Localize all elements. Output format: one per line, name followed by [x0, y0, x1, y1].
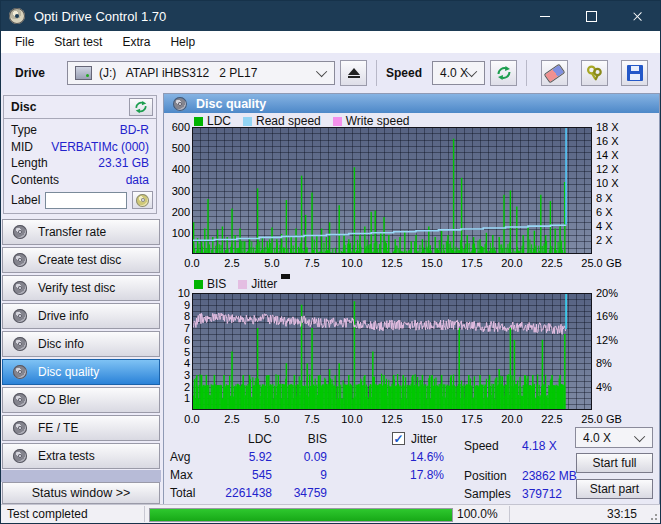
- resize-grip[interactable]: [648, 511, 658, 521]
- top-chart-legend: LDCRead speedWrite speed: [194, 114, 410, 128]
- x-axis-tick: 17.5: [454, 257, 490, 269]
- x-axis-tick: 2.5: [214, 257, 250, 269]
- write-label-button[interactable]: [132, 191, 153, 209]
- progress-bar: [149, 508, 453, 522]
- sidebar-item-label: CD Bler: [38, 393, 80, 407]
- y-axis-tick: 6: [165, 334, 190, 346]
- speed-stat-label: Speed: [464, 439, 499, 453]
- quality-speed-value: 4.0 X: [583, 431, 611, 445]
- x-axis-tick: 0.0: [174, 413, 210, 425]
- settings-button[interactable]: [581, 60, 608, 86]
- panel-header: Disc quality: [164, 94, 659, 113]
- start-full-button[interactable]: Start full: [576, 453, 653, 473]
- menubar: FileStart testExtraHelp: [1, 31, 660, 53]
- status-window-label: Status window >>: [32, 486, 131, 500]
- quality-speed-select[interactable]: 4.0 X: [575, 427, 653, 448]
- x-axis-tick: 2.5: [214, 413, 250, 425]
- start-part-button[interactable]: Start part: [576, 479, 653, 499]
- x-axis-tick: 12.5: [374, 413, 410, 425]
- save-button[interactable]: [621, 60, 648, 86]
- sidebar-item-label: Create test disc: [38, 253, 121, 267]
- disc-icon: [13, 337, 27, 351]
- x-axis-tick: 20.0: [494, 257, 530, 269]
- erase-disc-button[interactable]: [541, 60, 568, 86]
- sidebar-item-create-test-disc[interactable]: Create test disc: [2, 247, 160, 273]
- menu-item-start-test[interactable]: Start test: [44, 32, 112, 52]
- sidebar: Disc TypeBD-RMIDVERBATIMc (000)Length23.…: [1, 93, 161, 506]
- stats-row-label: Total: [170, 486, 195, 500]
- drive-select[interactable]: (J:) ATAPI iHBS312 2 PL17: [67, 61, 335, 85]
- menu-item-help[interactable]: Help: [160, 32, 205, 52]
- x-axis-tick: 12.5: [374, 257, 410, 269]
- stats-row-label: Max: [170, 468, 193, 482]
- y-axis-tick: 100: [165, 227, 190, 239]
- y-axis-tick: 200: [165, 206, 190, 218]
- y-axis-tick: 4%: [596, 381, 612, 393]
- y-axis-tick: 4: [165, 357, 190, 369]
- disc-quality-panel: Disc quality LDCRead speedWrite speed BI…: [163, 93, 660, 506]
- close-button[interactable]: [614, 1, 660, 31]
- legend-swatch: [238, 280, 247, 289]
- legend-label: Write speed: [346, 114, 410, 128]
- disc-info-row: Length23.31 GB: [11, 155, 149, 172]
- sidebar-item-disc-info[interactable]: Disc info: [2, 331, 160, 357]
- x-axis-tick: 17.5: [454, 413, 490, 425]
- sidebar-item-fe-te[interactable]: FE / TE: [2, 415, 160, 441]
- y-axis-tick: 400: [165, 163, 190, 175]
- x-axis-tick: 25.0: [574, 413, 610, 425]
- ldc-read-speed-chart: [192, 127, 592, 254]
- x-axis-unit: GB: [606, 413, 622, 425]
- speed-select[interactable]: 4.0 X: [432, 61, 485, 85]
- main-area: Disc TypeBD-RMIDVERBATIMc (000)Length23.…: [1, 93, 660, 506]
- toolbar-separator: [526, 60, 527, 86]
- disc-info-row: Contentsdata: [11, 172, 149, 189]
- stats-max-bis: 9: [284, 468, 327, 482]
- minimize-button[interactable]: [522, 1, 568, 31]
- sidebar-item-extra-tests[interactable]: Extra tests: [2, 443, 160, 469]
- close-icon: [632, 11, 643, 22]
- sidebar-item-cd-bler[interactable]: CD Bler: [2, 387, 160, 413]
- sidebar-item-verify-test-disc[interactable]: Verify test disc: [2, 275, 160, 301]
- maximize-button[interactable]: [568, 1, 614, 31]
- toolbar-separator: [376, 60, 377, 86]
- disc-icon: [13, 281, 27, 295]
- jitter-checkbox[interactable]: [392, 432, 405, 445]
- cd-icon: [136, 194, 149, 207]
- stats-col-ldc: LDC: [204, 432, 272, 446]
- sidebar-item-transfer-rate[interactable]: Transfer rate: [2, 219, 160, 245]
- elapsed-time: 33:15: [571, 507, 637, 521]
- x-axis-tick: 15.0: [414, 413, 450, 425]
- stats-total-bis: 34759: [284, 486, 327, 500]
- status-window-button[interactable]: Status window >>: [2, 482, 160, 504]
- x-axis-tick: 20.0: [494, 413, 530, 425]
- sidebar-item-label: Disc quality: [38, 365, 99, 379]
- sidebar-item-disc-quality[interactable]: Disc quality: [2, 359, 160, 385]
- speed-label: Speed: [386, 66, 422, 80]
- menu-item-file[interactable]: File: [5, 32, 44, 52]
- y-axis-tick: 600: [165, 121, 190, 133]
- disc-icon: [13, 225, 27, 239]
- x-axis-tick: 5.0: [254, 413, 290, 425]
- y-axis-tick: 16 X: [596, 135, 619, 147]
- speed-stat-value: 4.18 X: [522, 439, 577, 453]
- save-icon: [627, 65, 643, 81]
- disc-info-row: TypeBD-R: [11, 122, 149, 139]
- refresh-speed-button[interactable]: [490, 60, 517, 86]
- y-axis-tick: 8 X: [596, 192, 613, 204]
- jitter-checkbox-label: Jitter: [411, 432, 437, 446]
- status-text: Test completed: [7, 507, 88, 521]
- y-axis-tick: 12%: [596, 334, 618, 346]
- eject-button[interactable]: [340, 60, 367, 86]
- menu-item-extra[interactable]: Extra: [112, 32, 160, 52]
- y-axis-tick: 20%: [596, 287, 618, 299]
- legend-swatch: [333, 117, 342, 126]
- drive-icon: [75, 66, 92, 80]
- x-axis-tick: 22.5: [534, 257, 570, 269]
- label-input[interactable]: [45, 192, 127, 209]
- sidebar-item-drive-info[interactable]: Drive info: [2, 303, 160, 329]
- y-axis-tick: 7: [165, 322, 190, 334]
- legend-swatch: [243, 117, 252, 126]
- refresh-disc-button[interactable]: [129, 98, 153, 116]
- y-axis-tick: 500: [165, 142, 190, 154]
- x-axis-tick: 10.0: [334, 413, 370, 425]
